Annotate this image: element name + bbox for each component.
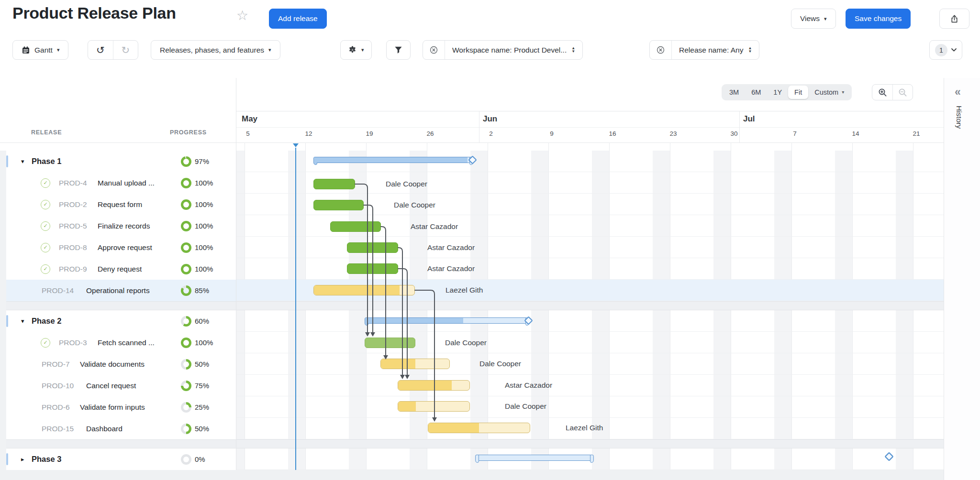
zoom-preset-custom[interactable]: Custom ▾: [808, 86, 850, 99]
filter-button[interactable]: [386, 40, 411, 60]
assignee-label: Dale Cooper: [505, 402, 546, 411]
zoom-preset-6m[interactable]: 6M: [745, 86, 767, 99]
progress-value: 100%: [195, 265, 213, 273]
view-type-dropdown[interactable]: Gantt ▾: [12, 40, 68, 60]
gantt-bar[interactable]: [347, 263, 398, 274]
task-row[interactable]: PROD-7 Validate documents 50%: [0, 353, 236, 375]
views-label: Views: [800, 14, 820, 23]
tab-history[interactable]: History: [955, 106, 963, 129]
gantt-bar[interactable]: [313, 179, 355, 189]
gantt-bar[interactable]: [380, 359, 450, 369]
date-tick: 19: [363, 130, 376, 137]
task-row[interactable]: ✓ PROD-3 Fetch scanned ... 100%: [0, 332, 236, 353]
task-row[interactable]: ✓ PROD-9 Deny request 100%: [0, 258, 236, 280]
zoom-preset-3m[interactable]: 3M: [723, 86, 745, 99]
task-id: PROD-15: [42, 425, 74, 433]
phase-summary-bar[interactable]: [313, 157, 473, 163]
task-name: Validate documents: [80, 360, 145, 369]
progress-value: 100%: [195, 200, 213, 208]
progress-donut: [181, 338, 191, 348]
remove-filter-icon[interactable]: [423, 41, 445, 59]
gantt-bar[interactable]: [313, 285, 415, 295]
remove-filter-icon[interactable]: [650, 41, 672, 59]
zoom-out-button[interactable]: [892, 85, 913, 100]
release-filter-chip: Release name: Any ▲▼: [649, 40, 759, 60]
add-release-button[interactable]: Add release: [269, 9, 327, 29]
task-name: Fetch scanned ...: [98, 338, 155, 347]
workspace-filter-value[interactable]: Workspace name: Product Devel... ▲▼: [445, 41, 582, 59]
drag-handle[interactable]: [6, 315, 8, 327]
task-row[interactable]: ✓ PROD-5 Finalize records 100%: [0, 215, 236, 237]
gantt-bar[interactable]: [365, 338, 415, 348]
release-column-header: RELEASE: [31, 129, 62, 136]
release-filter-label: Release name: Any: [679, 46, 743, 55]
date-tick: 2: [485, 130, 497, 137]
zoom-preset-fit[interactable]: Fit: [788, 86, 808, 99]
scope-selector-dropdown[interactable]: Releases, phases, and features ▾: [151, 40, 280, 60]
task-row[interactable]: PROD-15 Dashboard 50%: [0, 418, 236, 439]
settings-dropdown[interactable]: ▾: [340, 40, 372, 60]
zoom-preset-1y[interactable]: 1Y: [767, 86, 788, 99]
task-row[interactable]: PROD-6 Validate form inputs 25%: [0, 396, 236, 418]
task-name: Request form: [98, 200, 142, 209]
task-id: PROD-10: [42, 382, 74, 390]
chevron-down-icon: ▾: [268, 47, 271, 53]
bottom-spacer: [0, 470, 944, 480]
progress-donut: [181, 359, 191, 370]
undo-button[interactable]: ↺: [88, 41, 113, 59]
drag-handle[interactable]: [6, 453, 8, 465]
progress-value: 75%: [195, 382, 209, 390]
release-filter-value[interactable]: Release name: Any ▲▼: [672, 41, 759, 59]
assignee-label: Astar Cazador: [427, 243, 475, 252]
favorite-star-icon[interactable]: ☆: [236, 8, 248, 23]
share-button[interactable]: [939, 9, 969, 29]
task-name: Cancel request: [86, 382, 136, 390]
month-label: May: [242, 114, 257, 124]
progress-donut: [181, 454, 191, 465]
progress-value: 100%: [195, 179, 213, 187]
collapse-caret-icon[interactable]: ▾: [21, 158, 24, 165]
task-name: Approve request: [98, 243, 152, 252]
gantt-bar[interactable]: [398, 401, 470, 412]
task-row[interactable]: ✓ PROD-2 Request form 100%: [0, 194, 236, 215]
phase-summary-bar[interactable]: [475, 455, 593, 461]
task-row[interactable]: ✓ PROD-8 Approve request 100%: [0, 237, 236, 258]
chevron-down-icon: ▾: [57, 47, 60, 53]
drag-handle[interactable]: [6, 155, 8, 167]
panel-divider[interactable]: [236, 78, 236, 470]
page-count-dropdown[interactable]: 1: [929, 40, 962, 60]
progress-donut: [181, 316, 191, 327]
today-line: [295, 148, 296, 470]
zoom-in-button[interactable]: [872, 85, 892, 100]
gantt-bar[interactable]: [313, 200, 364, 210]
assignee-label: Dale Cooper: [386, 180, 427, 188]
gantt-bar[interactable]: [330, 221, 381, 232]
save-changes-button[interactable]: Save changes: [846, 9, 911, 29]
done-check-icon: ✓: [41, 200, 50, 209]
date-tick: 30: [728, 130, 740, 137]
task-id: PROD-14: [42, 286, 74, 295]
task-row[interactable]: ✓ PROD-4 Manual upload ... 100%: [0, 172, 236, 194]
collapse-caret-icon[interactable]: ▾: [21, 317, 24, 325]
scope-selector-label: Releases, phases, and features: [160, 46, 264, 55]
task-name: Operational reports: [86, 286, 150, 295]
redo-button[interactable]: ↻: [113, 41, 138, 59]
progress-donut: [181, 402, 191, 413]
gantt-bar[interactable]: [398, 380, 470, 391]
phase-row[interactable]: ▾ Phase 1 97%: [0, 151, 236, 172]
collapse-panel-icon[interactable]: «: [955, 86, 961, 98]
progress-value: 85%: [195, 286, 209, 295]
task-row[interactable]: PROD-10 Cancel request 75%: [0, 375, 236, 396]
filter-funnel-icon: [394, 46, 402, 54]
phase-summary-bar[interactable]: [365, 317, 529, 324]
progress-donut: [181, 242, 191, 253]
gantt-bar[interactable]: [347, 242, 398, 253]
collapse-caret-icon[interactable]: ▸: [21, 456, 24, 463]
phase-row[interactable]: ▸ Phase 3 0%: [0, 448, 236, 470]
date-tick: 16: [606, 130, 619, 137]
phase-row[interactable]: ▾ Phase 2 60%: [0, 310, 236, 332]
task-row-selected[interactable]: PROD-14 Operational reports 85%: [0, 280, 236, 301]
gantt-bar[interactable]: [428, 423, 530, 433]
views-dropdown[interactable]: Views ▾: [791, 9, 836, 29]
date-tick: 23: [667, 130, 679, 137]
